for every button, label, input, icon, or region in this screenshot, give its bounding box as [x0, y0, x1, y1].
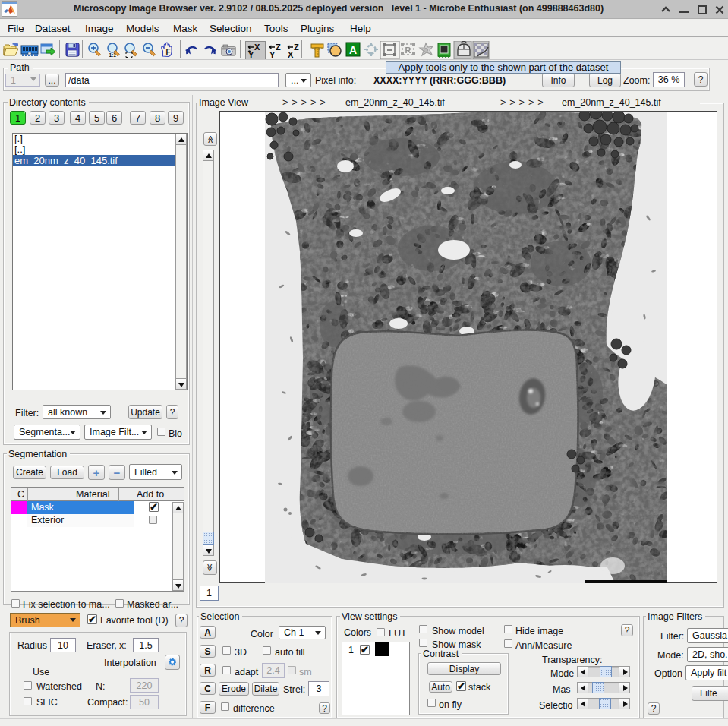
svg-text:X: X	[288, 50, 294, 59]
svg-text:Z: Z	[276, 43, 281, 52]
svg-text:X: X	[254, 43, 260, 52]
svg-text:R: R	[405, 46, 411, 55]
svg-text:1:1: 1:1	[109, 52, 117, 58]
svg-text:A: A	[349, 44, 357, 56]
svg-text:F: F	[166, 48, 171, 56]
svg-text:Y: Y	[269, 50, 276, 59]
svg-text:Z: Z	[294, 43, 299, 52]
